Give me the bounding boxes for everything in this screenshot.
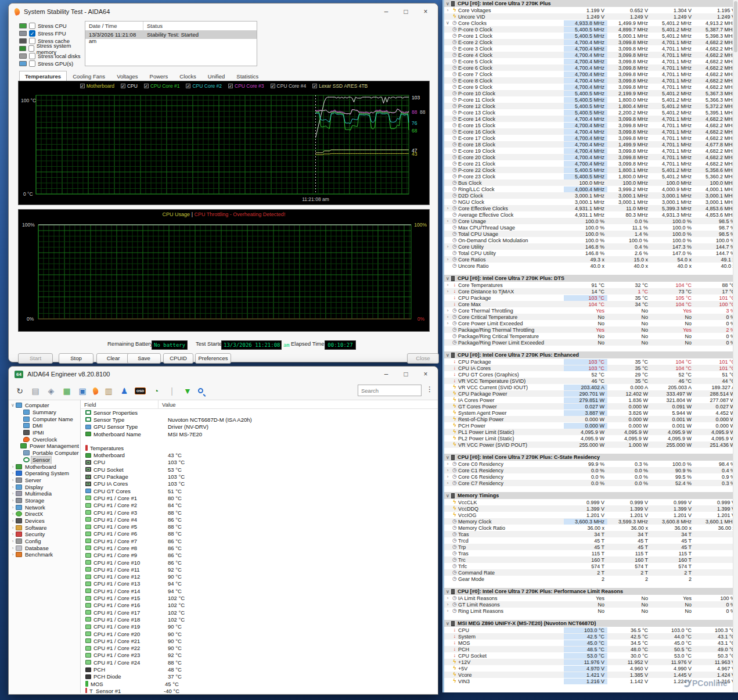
sensor-row[interactable]: ◷Trp45 T45 T45 T [444,544,738,550]
list-group-row[interactable]: Sensor Properties [81,409,438,416]
sensor-row[interactable]: ◷D2D Clock3,000.1 MHz3,000.1 MHz3,000.1 … [444,192,738,199]
sensor-row[interactable]: ›◷Core Critical TemperatureNoNoNo0 % [444,314,738,320]
list-item[interactable]: CPU #1 / Core #2190 °C [81,637,438,644]
sensor-row[interactable]: ◷E-core 2 Clock4,700.4 MHz3,099.8 MHz4,7… [444,39,738,45]
sensor-row[interactable]: ›◷Ring Limit ReasonsNoNoNo0 % [444,608,738,614]
scrollbar[interactable] [733,0,738,692]
sensor-row[interactable]: ◷P-core 11 Clock5,400.5 MHz1,800.0 MHz5,… [444,96,738,103]
legend-item[interactable]: ✓Lexar SSD ARES 4TB [312,83,368,89]
sensor-row[interactable]: ϟVccIOG1.201 V1.201 V1.201 V1.201 V [444,512,738,518]
list-item[interactable]: CPU IA Cores103 °C [81,480,438,487]
tab-unified[interactable]: Unified [202,71,231,81]
list-item[interactable]: CPU #1 / Core #588 °C [81,523,438,530]
checkbox[interactable] [28,45,34,52]
sensor-row[interactable]: ϟIA Cores Power279.851 W1.836 W321.804 W… [444,397,738,403]
legend-item[interactable]: ✓CPU Core #1 [144,83,180,89]
section-header[interactable]: ∨CPU [#0]: Intel Core Ultra 7 270K Plus:… [444,454,738,461]
sidebar-item-software[interactable]: ›Software [9,524,80,531]
clear-button[interactable]: Clear [96,353,130,364]
gauge-icon[interactable]: ◔ [151,386,161,396]
sensor-row[interactable]: ›◷GT Limit ReasonsNoNoNo0 % [444,601,738,608]
close-button[interactable]: × [416,368,435,380]
sensor-row[interactable]: ϟVR VCC Current (SVID IOUT)203.402 A0.00… [444,384,738,390]
sidebar-item-network[interactable]: ›Network [9,504,80,511]
sensor-row[interactable]: ϟPCH Power0.000 W0.000 W0.001 W0.000 W [444,422,738,429]
sensor-row[interactable]: ›◷Core Utility146.8 %0.4 %147.3 %144.7 % [444,243,738,250]
start-button[interactable]: Start [18,353,53,364]
sidebar-item-dmi[interactable]: DMI [9,422,80,429]
checkbox[interactable] [29,23,35,29]
sensor-row[interactable]: ◷P-core 10 Clock5,400.5 MHz2,199.9 MHz5,… [444,90,738,96]
list-item[interactable]: CPU #1 / Core #1990 °C [81,623,438,630]
sensor-row[interactable]: ϟVccDDQ1.399 V1.399 V1.399 V1.399 V [444,505,738,512]
sensor-row[interactable]: ›↓Core Temperatures91 °C32 °C104 °C88 °C [444,282,738,288]
list-item[interactable]: CPU103 °C [81,459,438,466]
sensor-row[interactable]: ϟVccCLK0.999 V0.999 V0.999 V0.999 V [444,499,738,505]
section-header[interactable]: ∨CPU [#0]: Intel Core Ultra 7 270K Plus:… [444,588,738,595]
sensor-row[interactable]: ◷E-core 6 Clock4,700.4 MHz3,099.8 MHz4,7… [444,64,738,71]
sidebar-item-benchmark[interactable]: ›Benchmark [9,551,80,558]
sensor-row[interactable]: ◷Max CPU/Thread Usage100.0 %11.1 %100.0 … [444,224,738,231]
sensor-row[interactable]: ϟSystem Agent Power3.887 W3.826 W5.944 W… [444,410,738,416]
list-item[interactable]: CPU #1 / Core #180 °C [81,494,438,501]
sensor-row[interactable]: ◷Command Rate2 T2 T2 T [444,569,738,576]
checkbox[interactable] [29,60,35,67]
memory-icon[interactable]: ▦ [62,386,72,396]
sensor-row[interactable]: ϟGT Cores Power0.027 W0.000 W0.091 W0.02… [444,403,738,410]
legend-checkbox[interactable]: ✓ [312,84,317,88]
sensor-row[interactable]: ◷E-core 21 Clock4,700.4 MHz3,099.8 MHz4,… [444,160,738,167]
sensor-row[interactable]: ◷NGU Clock3,000.1 MHz3,000.1 MHz3,000.1 … [444,199,738,205]
list-item[interactable]: CPU #1 / Core #284 °C [81,502,438,509]
sensor-row[interactable]: ϟPL2 Power Limit (Static)4,095.9 W4,095.… [444,435,738,441]
list-item[interactable]: CPU #1 / Core #16102 °C [81,602,438,609]
legend-item[interactable]: ✓CPU Core #2 [186,83,222,89]
sidebar-item-summary[interactable]: Summary [9,409,80,416]
sensor-row[interactable]: ◷P-core 0 Clock5,400.5 MHz4,899.7 MHz5,4… [444,26,738,33]
sensor-row[interactable]: ›◷Core C1 Residency0.0 %0.0 %90.9 %0.4 % [444,467,738,473]
sensor-row[interactable]: ϟVcore1.421 V1.385 V1.445 V1.424 V [444,672,738,678]
legend-item[interactable]: ✓CPU Core #3 [228,83,264,89]
section-header[interactable]: ∨CPU [#0]: Intel Core Ultra 7 270K Plus [444,0,738,7]
sensor-row[interactable]: ↓CPU103.0 °C36.5 °C103.0 °C100.3 °C [444,627,738,633]
sidebar-item-devices[interactable]: ›Devices [9,518,80,525]
stress-option[interactable]: Stress local disks [19,52,86,60]
section-header[interactable]: ∨CPU [#0]: Intel Core Ultra 7 270K Plus:… [444,275,738,282]
sensor-row[interactable]: ›◷Core C7 Residency0.0 %0.0 %52.4 %0.3 % [444,480,738,486]
sidebar-item-operating-system[interactable]: ›Operating System [9,470,80,477]
legend-checkbox[interactable]: ✓ [186,84,190,88]
sidebar-item-portable-computer[interactable]: Portable Computer [9,450,80,457]
sensor-row[interactable]: ◷Tcas34 T34 T34 T [444,531,738,537]
sidebar-item-config[interactable]: ›Config [9,538,80,545]
cpuid-button[interactable]: CPUID [163,353,193,364]
list-item[interactable]: CPU #1 / Core #886 °C [81,544,438,551]
sensor-row[interactable]: ◷Trfc574 T574 T574 T [444,563,738,569]
tab-voltages[interactable]: Voltages [111,71,143,81]
sensor-row[interactable]: ϟVR VCC Power (SVID POUT)255.000 W1.000 … [444,441,738,448]
sidebar-item-multimedia[interactable]: ›Multimedia [9,490,80,497]
sensor-row[interactable]: ◷Package/Ring Thermal ThrottlingYesNoYes… [444,326,738,333]
stop-button[interactable]: Stop [59,353,93,364]
list-item[interactable]: MOS45 °C [81,680,438,687]
sidebar-item-ipmi[interactable]: IPMI [9,429,80,436]
sensor-row[interactable]: ◷Gear Mode222 [444,576,738,582]
sensor-row[interactable]: ↓MOS45.0 °C34.5 °C45.0 °C43.1 °C [444,640,738,646]
sensor-row[interactable]: ›◷Core C6 Residency0.0 %0.0 %99.5 %0.9 % [444,473,738,480]
maximize-button[interactable]: □ [396,368,416,380]
sensor-row[interactable]: ◷Average Effective Clock4,931.1 MHz80.3 … [444,211,738,218]
stress-option[interactable]: Stress CPU [19,22,86,30]
devices-icon[interactable]: ▣ [77,386,88,396]
stress-option[interactable]: ✓Stress FPU [19,30,86,37]
sensor-row[interactable]: ◷Memory Clock3,600.3 MHz3,599.3 MHz3,600… [444,518,738,525]
checkbox[interactable] [29,38,35,44]
sensor-row[interactable]: ◷P-core 13 Clock5,400.5 MHz2,200.2 MHz5,… [444,109,738,116]
sidebar-item-sensor[interactable]: Sensor [9,457,80,464]
section-header[interactable]: ∨CPU [#0]: Intel Core Ultra 7 270K Plus:… [444,351,738,358]
sensor-row[interactable]: ◷P-core 22 Clock5,400.5 MHz1,800.1 MHz5,… [444,167,738,173]
list-item[interactable]: CPU #1 / Core #1192 °C [81,566,438,573]
sidebar-item-overclock[interactable]: Overclock [9,436,80,443]
sidebar-item-directx[interactable]: ›DirectX [9,511,80,518]
sensor-row[interactable]: ›◷Core C0 Residency99.9 %0.3 %100.0 %98.… [444,461,738,467]
scrollbar-thumb[interactable] [734,1,737,52]
log-row[interactable]: 13/3/2026 11:21:08 amStability Test: Sta… [85,31,257,39]
list-item[interactable]: CPU #1 / Core #1494 °C [81,587,438,594]
